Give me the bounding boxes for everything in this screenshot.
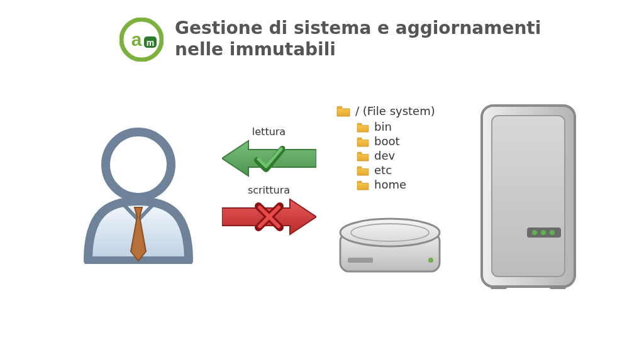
folder-icon xyxy=(357,122,369,132)
fs-folder-label: dev xyxy=(374,149,395,162)
svg-rect-17 xyxy=(348,258,373,263)
fs-root-label: / (File system) xyxy=(355,104,435,118)
svg-text:a: a xyxy=(131,29,142,50)
svg-rect-13 xyxy=(357,181,362,183)
svg-point-5 xyxy=(106,132,171,197)
svg-text:m: m xyxy=(147,38,154,48)
svg-rect-8 xyxy=(337,106,342,108)
folder-icon xyxy=(357,136,369,146)
svg-rect-9 xyxy=(357,123,362,125)
fs-folder-home: home xyxy=(357,178,435,191)
fs-folder-label: home xyxy=(374,178,406,191)
svg-rect-12 xyxy=(357,167,362,168)
user-icon xyxy=(69,119,208,264)
svg-point-18 xyxy=(428,258,433,263)
svg-rect-20 xyxy=(492,116,565,277)
fs-folder-bin: bin xyxy=(357,120,435,133)
cross-icon xyxy=(253,201,285,233)
filesystem-tree: / (File system) binbootdevetchome xyxy=(336,104,435,192)
svg-rect-11 xyxy=(357,152,362,154)
read-arrow xyxy=(217,136,321,180)
svg-rect-21 xyxy=(491,285,507,289)
svg-rect-22 xyxy=(550,285,566,289)
fs-folder-etc: etc xyxy=(357,163,435,177)
svg-point-26 xyxy=(550,230,555,235)
write-arrow xyxy=(217,195,321,239)
folder-icon xyxy=(357,180,369,190)
folder-icon xyxy=(336,106,350,117)
fs-folder-boot: boot xyxy=(357,134,435,148)
logo-badge: a m xyxy=(119,18,164,62)
svg-rect-10 xyxy=(357,138,362,140)
checkmark-icon xyxy=(253,143,285,174)
svg-point-25 xyxy=(541,230,546,235)
fs-folder-label: bin xyxy=(374,120,392,133)
fs-folder-label: boot xyxy=(374,134,400,148)
folder-icon xyxy=(357,151,369,161)
svg-point-24 xyxy=(532,230,537,235)
svg-point-15 xyxy=(340,219,440,246)
fs-folder-dev: dev xyxy=(357,149,435,162)
server-icon xyxy=(478,102,579,290)
harddrive-icon xyxy=(336,214,443,277)
folder-icon xyxy=(357,165,369,175)
fs-folder-label: etc xyxy=(374,163,392,177)
page-title: Gestione di sistema e aggiornamenti nell… xyxy=(175,18,565,60)
